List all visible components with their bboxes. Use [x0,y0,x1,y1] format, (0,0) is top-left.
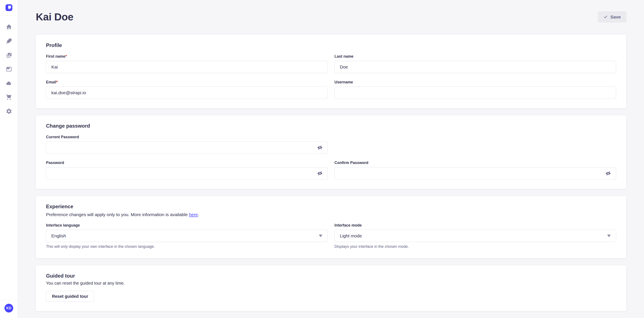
reset-guided-tour-button[interactable]: Reset guided tour [46,291,94,302]
username-input[interactable] [334,87,616,99]
toggle-password-visibility-button[interactable] [316,170,324,177]
interface-language-label: Interface language [46,223,328,228]
profile-form: First name* Last name Email* Username [46,54,616,99]
first-name-field-group: First name* [46,54,328,73]
sidebar-item-home[interactable] [6,24,12,30]
interface-mode-value: Light mode [340,233,362,238]
interface-language-value: English [51,233,66,238]
interface-mode-field-group: Interface mode Light mode Displays your … [334,223,616,249]
guided-tour-description: You can reset the guided tour at any tim… [46,281,616,286]
sidebar-item-media-library[interactable] [6,52,12,58]
confirm-password-input[interactable] [334,167,616,179]
more-information-link[interactable]: here [189,212,198,217]
profile-heading: Profile [46,42,616,48]
interface-mode-label: Interface mode [334,223,616,228]
experience-heading: Experience [46,204,616,209]
nav-icons [6,24,12,115]
feather-icon [6,38,12,44]
strapi-logo-icon [6,4,12,11]
first-name-label-text: First name [46,54,66,58]
layout-icon [6,66,12,72]
required-asterisk: * [66,54,67,58]
password-input-wrap [46,167,328,179]
page-title: Kai Doe [36,11,74,23]
interface-language-select[interactable]: English [46,230,328,242]
experience-form: Interface language English This will onl… [46,223,616,249]
password-label: Password [46,160,328,165]
password-input[interactable] [46,167,328,179]
email-input[interactable] [46,87,328,99]
interface-mode-select[interactable]: Light mode [334,230,616,242]
change-password-form: Current Password Password [46,135,616,179]
experience-description-period: . [198,212,199,217]
chevron-down-icon [607,235,611,237]
last-name-label: Last name [334,54,616,59]
change-password-card: Change password Current Password [36,115,626,189]
main-content: Kai Doe Save Profile First name* Last na… [18,0,644,311]
current-password-input-wrap [46,142,328,154]
sidebar-item-deploy[interactable] [6,80,12,87]
eye-off-icon [605,170,611,176]
current-password-label: Current Password [46,135,328,139]
sidebar-item-content-type-builder[interactable] [6,66,12,73]
experience-description: Preference changes will apply only to yo… [46,212,616,217]
strapi-logo[interactable] [6,4,12,11]
user-avatar[interactable]: KD [4,304,13,313]
change-password-heading: Change password [46,123,616,129]
current-password-input[interactable] [46,142,328,154]
interface-language-hint: This will only display your own interfac… [46,244,328,249]
interface-language-field-group: Interface language English This will onl… [46,223,328,249]
guided-tour-card: Guided tour You can reset the guided tou… [36,265,626,311]
save-button[interactable]: Save [598,11,626,22]
save-button-label: Save [610,14,621,19]
experience-description-text: Preference changes will apply only to yo… [46,212,189,217]
gear-icon [6,108,12,114]
sidebar: KD [0,0,18,318]
username-label: Username [334,80,616,84]
password-field-group: Password [46,160,328,179]
empty-grid-cell [334,135,616,154]
eye-off-icon [317,170,323,176]
sidebar-item-content-manager[interactable] [6,38,12,44]
chevron-down-icon [319,235,322,237]
interface-mode-hint: Displays your interface in the chosen mo… [334,244,616,249]
sidebar-item-marketplace[interactable] [6,94,12,101]
guided-tour-heading: Guided tour [46,273,616,279]
confirm-password-input-wrap [334,167,616,179]
toggle-confirm-password-visibility-button[interactable] [604,170,612,177]
confirm-password-label: Confirm Password [334,160,616,165]
eye-off-icon [317,145,323,151]
cloud-icon [6,80,12,86]
cart-icon [6,94,12,100]
confirm-password-field-group: Confirm Password [334,160,616,179]
email-field-group: Email* [46,80,328,99]
page-header: Kai Doe Save [36,0,626,35]
sidebar-item-settings[interactable] [6,108,12,115]
username-field-group: Username [334,80,616,99]
last-name-field-group: Last name [334,54,616,73]
sidebar-footer: KD [0,300,18,318]
check-icon [604,15,608,19]
experience-card: Experience Preference changes will apply… [36,196,626,258]
first-name-input[interactable] [46,61,328,73]
first-name-label: First name* [46,54,328,59]
images-icon [6,52,12,58]
home-icon [6,24,12,30]
toggle-current-password-visibility-button[interactable] [316,144,324,151]
email-label-text: Email [46,80,56,84]
current-password-field-group: Current Password [46,135,328,154]
last-name-input[interactable] [334,61,616,73]
required-asterisk: * [56,80,58,84]
email-label: Email* [46,80,328,84]
profile-card: Profile First name* Last name Email* Use… [36,35,626,108]
logo-container [0,0,18,15]
